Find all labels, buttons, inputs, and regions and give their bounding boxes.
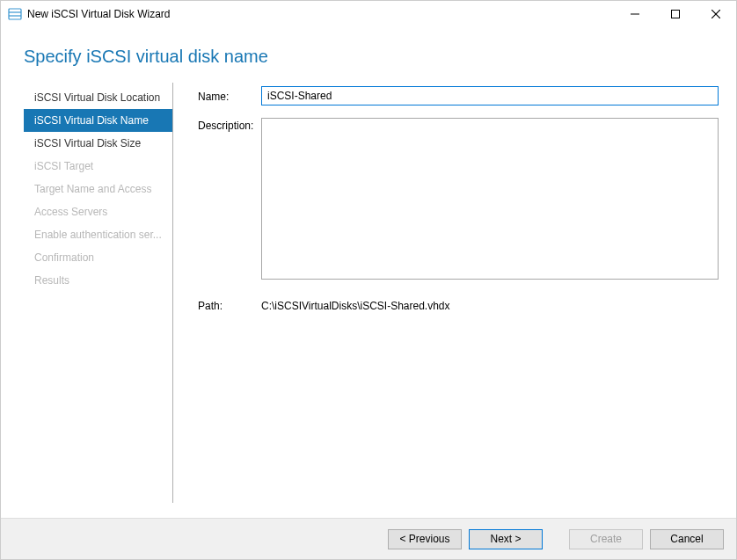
previous-button[interactable]: < Previous — [388, 529, 462, 549]
page-title: Specify iSCSI virtual disk name — [1, 27, 736, 83]
app-icon — [8, 7, 22, 21]
content-area: iSCSI Virtual Disk Location iSCSI Virtua… — [1, 83, 736, 503]
cancel-button[interactable]: Cancel — [650, 529, 724, 549]
row-path: Path: C:\iSCSIVirtualDisks\iSCSI-Shared.… — [198, 298, 719, 312]
step-location[interactable]: iSCSI Virtual Disk Location — [24, 86, 172, 109]
description-textarea[interactable] — [261, 118, 719, 280]
name-label: Name: — [198, 89, 261, 103]
svg-rect-4 — [672, 11, 680, 18]
minimize-button[interactable] — [615, 1, 655, 27]
footer-bar: < Previous Next > Create Cancel — [1, 518, 736, 559]
maximize-button[interactable] — [655, 1, 696, 27]
window-controls — [615, 1, 736, 27]
step-access-servers: Access Servers — [24, 200, 172, 223]
step-auth: Enable authentication ser... — [24, 223, 172, 246]
step-name[interactable]: iSCSI Virtual Disk Name — [24, 109, 172, 132]
wizard-steps-sidebar: iSCSI Virtual Disk Location iSCSI Virtua… — [24, 83, 173, 503]
next-button[interactable]: Next > — [469, 529, 543, 549]
titlebar: New iSCSI Virtual Disk Wizard — [1, 1, 736, 27]
description-label: Description: — [198, 118, 261, 132]
form-panel: Name: Description: Path: C:\iSCSIVirtual… — [173, 83, 736, 503]
step-size[interactable]: iSCSI Virtual Disk Size — [24, 132, 172, 155]
step-target: iSCSI Target — [24, 155, 172, 178]
name-input[interactable] — [261, 86, 719, 105]
row-name: Name: — [198, 86, 719, 105]
step-confirmation: Confirmation — [24, 246, 172, 269]
row-description: Description: — [198, 118, 719, 282]
step-target-name: Target Name and Access — [24, 178, 172, 200]
step-results: Results — [24, 269, 172, 292]
create-button: Create — [569, 529, 643, 549]
path-label: Path: — [198, 298, 261, 312]
svg-rect-0 — [9, 9, 21, 19]
close-button[interactable] — [696, 1, 736, 27]
path-value: C:\iSCSIVirtualDisks\iSCSI-Shared.vhdx — [261, 298, 719, 312]
window-title: New iSCSI Virtual Disk Wizard — [27, 8, 170, 20]
